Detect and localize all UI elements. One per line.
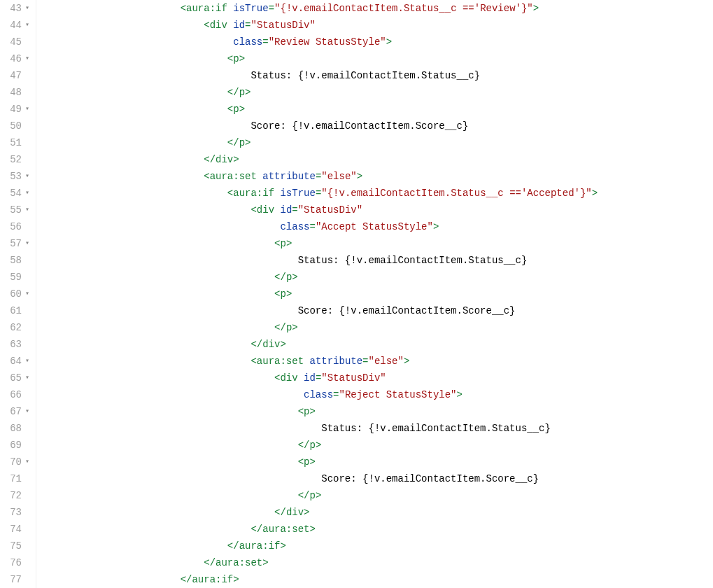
code-line[interactable]: Status: {!v.emailContactItem.Status__c} — [39, 420, 713, 437]
token-punct: = — [245, 20, 250, 31]
line-number: 60 — [5, 286, 22, 302]
token-attr: isTrue — [280, 188, 315, 199]
code-line[interactable]: </p> — [39, 437, 713, 454]
fold-icon[interactable]: ▾ — [22, 403, 33, 420]
gutter-line: 59 — [0, 269, 33, 286]
token-txt — [39, 36, 233, 48]
code-line[interactable]: <aura:if isTrue="{!v.emailContactItem.St… — [39, 185, 713, 202]
gutter-line: 46▾ — [0, 50, 33, 67]
code-line[interactable]: </aura:set> — [39, 554, 713, 571]
fold-icon[interactable]: ▾ — [22, 286, 33, 302]
code-line[interactable]: Status: {!v.emailContactItem.Status__c} — [39, 252, 713, 269]
gutter-line: 57▾ — [0, 235, 33, 252]
code-line[interactable]: Status: {!v.emailContactItem.Status__c} — [39, 67, 713, 84]
token-tag: p — [309, 490, 315, 501]
code-line[interactable]: </div> — [39, 336, 713, 353]
code-line[interactable]: Score: {!v.emailContactItem.Score__c} — [39, 470, 713, 487]
line-number: 43 — [5, 0, 22, 17]
code-line[interactable]: <div id="StatusDiv" — [39, 17, 713, 34]
line-number: 47 — [5, 67, 22, 84]
code-line[interactable]: class="Reject StatusStyle"> — [39, 386, 713, 403]
token-punct: </ — [250, 524, 262, 535]
fold-icon[interactable]: ▾ — [22, 185, 33, 202]
code-line[interactable]: </aura:if> — [39, 571, 713, 588]
gutter-line: 47 — [0, 67, 33, 84]
token-tag: div — [280, 372, 297, 384]
token-tag: div — [210, 20, 227, 31]
token-punct: > — [316, 440, 321, 451]
code-line[interactable]: <p> — [39, 235, 713, 252]
code-line[interactable]: </p> — [39, 269, 713, 286]
token-tag: aura:set — [210, 171, 257, 182]
line-number: 52 — [5, 151, 22, 168]
fold-icon[interactable]: ▾ — [22, 454, 33, 470]
fold-icon[interactable]: ▾ — [22, 235, 33, 252]
code-line[interactable]: class="Accept StatusStyle"> — [39, 218, 713, 235]
token-punct: </ — [274, 507, 286, 518]
code-line[interactable]: </aura:set> — [39, 521, 713, 538]
token-tag: div — [216, 154, 233, 165]
code-editor[interactable]: 43▾44▾45 46▾47 48 49▾50 51 52 53▾54▾55▾5… — [0, 0, 713, 588]
fold-icon[interactable]: ▾ — [22, 50, 33, 67]
token-txt — [39, 238, 274, 249]
code-line[interactable]: </p> — [39, 487, 713, 504]
token-txt — [39, 288, 274, 300]
code-line[interactable]: <p> — [39, 101, 713, 118]
token-txt — [39, 322, 274, 333]
token-punct: </ — [227, 87, 239, 98]
code-area[interactable]: <aura:if isTrue="{!v.emailContactItem.St… — [36, 0, 713, 588]
token-punct: > — [292, 272, 297, 283]
token-txt — [39, 104, 227, 115]
code-line[interactable]: Score: {!v.emailContactItem.Score__c} — [39, 118, 713, 134]
line-number: 68 — [5, 420, 22, 437]
fold-icon[interactable]: ▾ — [22, 168, 33, 185]
token-punct: = — [269, 3, 274, 14]
token-txt — [39, 406, 298, 417]
token-txt — [39, 3, 181, 14]
code-line[interactable]: <div id="StatusDiv" — [39, 202, 713, 218]
fold-icon[interactable]: ▾ — [22, 101, 33, 118]
token-tag: p — [309, 440, 315, 451]
token-txt — [39, 20, 204, 31]
code-line[interactable]: <p> — [39, 286, 713, 302]
token-txt — [39, 524, 250, 535]
code-line[interactable]: <aura:set attribute="else"> — [39, 353, 713, 370]
token-str: "StatusDiv" — [298, 204, 362, 216]
code-line[interactable]: </div> — [39, 504, 713, 521]
token-punct: > — [316, 490, 321, 501]
code-line[interactable]: <p> — [39, 50, 713, 67]
code-line[interactable]: <aura:if isTrue="{!v.emailContactItem.St… — [39, 0, 713, 17]
code-line[interactable]: <p> — [39, 454, 713, 470]
code-line[interactable]: </aura:if> — [39, 538, 713, 554]
token-tag: aura:set — [216, 557, 262, 568]
token-punct: > — [357, 171, 362, 182]
token-txt — [39, 507, 274, 518]
fold-icon[interactable]: ▾ — [22, 17, 33, 34]
fold-icon — [22, 504, 33, 521]
code-line[interactable]: class="Review StatusStyle"> — [39, 34, 713, 50]
token-punct: > — [233, 154, 239, 165]
code-line[interactable]: </p> — [39, 134, 713, 151]
fold-icon[interactable]: ▾ — [22, 0, 33, 17]
token-attr: class — [233, 36, 262, 48]
code-line[interactable]: </p> — [39, 84, 713, 101]
code-line[interactable]: </div> — [39, 151, 713, 168]
token-str: "else" — [369, 356, 404, 367]
gutter-line: 56 — [0, 218, 33, 235]
code-line[interactable]: <p> — [39, 403, 713, 420]
token-txt — [39, 204, 250, 216]
fold-icon[interactable]: ▾ — [22, 202, 33, 218]
fold-icon[interactable]: ▾ — [22, 370, 33, 386]
line-number: 71 — [5, 470, 22, 487]
gutter-line: 76 — [0, 554, 33, 571]
fold-icon[interactable]: ▾ — [22, 353, 33, 370]
code-line[interactable]: </p> — [39, 319, 713, 336]
code-line[interactable]: <div id="StatusDiv" — [39, 370, 713, 386]
token-tag: aura:if — [186, 3, 227, 14]
code-line[interactable]: <aura:set attribute="else"> — [39, 168, 713, 185]
code-line[interactable]: Score: {!v.emailContactItem.Score__c} — [39, 302, 713, 319]
gutter-line: 74 — [0, 521, 33, 538]
fold-icon — [22, 470, 33, 487]
token-punct: </ — [298, 440, 310, 451]
line-number-gutter: 43▾44▾45 46▾47 48 49▾50 51 52 53▾54▾55▾5… — [0, 0, 36, 588]
